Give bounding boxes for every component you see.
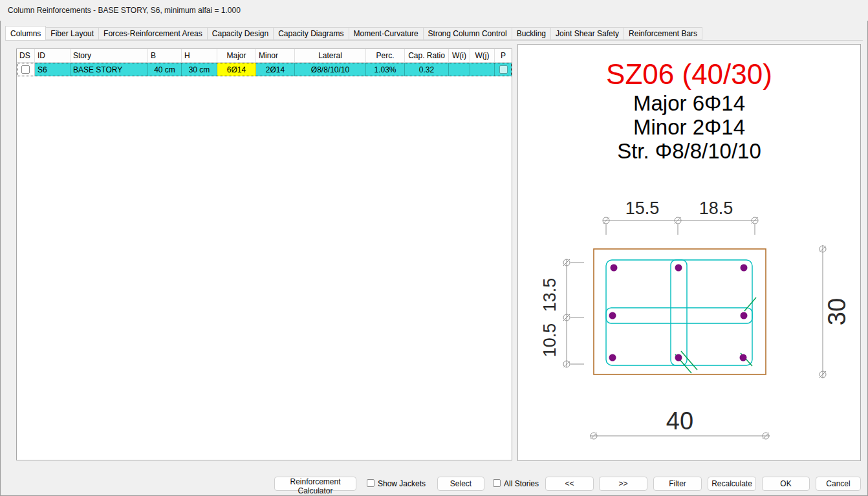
cell-wj: [470, 63, 495, 76]
column-header-wi[interactable]: W(i): [449, 49, 470, 62]
dim-left-upper: 13.5: [540, 278, 559, 312]
tab-moment-curvature[interactable]: Moment-Curvature: [349, 27, 424, 40]
tab-reinforcement-bars[interactable]: Reinforcement Bars: [624, 27, 702, 40]
footer-bar: Reinforcement Calculator Show Jackets Se…: [0, 476, 868, 493]
dim-left-lower: 10.5: [540, 323, 559, 358]
column-header-minor[interactable]: Minor: [256, 49, 295, 62]
tab-strong-column-control[interactable]: Strong Column Control: [424, 27, 512, 40]
section-labels: SZ06 (40/30) Major 6Φ14 Minor 2Φ14 Str. …: [518, 58, 860, 163]
tab-capacity-design[interactable]: Capacity Design: [208, 27, 274, 40]
recalculate-button[interactable]: Recalculate: [708, 477, 756, 491]
column-header-wj[interactable]: W(j): [470, 49, 495, 62]
cell-p: [495, 63, 512, 76]
major-reinforcement-label: Major 6Φ14: [518, 91, 860, 115]
cell-id: S6: [35, 63, 71, 76]
filter-button[interactable]: Filter: [653, 477, 702, 491]
column-header-h[interactable]: H: [182, 49, 217, 62]
stirrup-label: Str. Φ8/8/10/10: [518, 139, 860, 163]
reinforcement-calculator-button[interactable]: Reinforcement Calculator: [274, 477, 356, 491]
cell-wi: [449, 63, 470, 76]
dimension-lines: [563, 217, 826, 439]
column-header-lateral[interactable]: Lateral: [295, 49, 366, 62]
dimension-labels: 15.5 18.5 13.5 10.5 30 40: [540, 199, 851, 435]
column-header-b[interactable]: B: [148, 49, 182, 62]
column-header-ds[interactable]: DS: [17, 49, 35, 62]
cell-lateral: Ø8/8/10/10: [295, 63, 366, 76]
crosstie-hooks: [675, 297, 756, 373]
all-stories-checkbox[interactable]: [493, 479, 501, 487]
inner-horizontal-stirrup: [606, 308, 752, 323]
tab-buckling[interactable]: Buckling: [512, 27, 551, 40]
dim-right: 30: [823, 298, 851, 325]
column-header-major[interactable]: Major: [217, 49, 256, 62]
previous-button[interactable]: <<: [545, 477, 594, 491]
dim-top-right: 18.5: [699, 199, 733, 218]
minor-reinforcement-label: Minor 2Φ14: [518, 115, 860, 139]
all-stories-label: All Stories: [504, 479, 539, 488]
columns-table: DS ID Story B H Major Minor Lateral Perc…: [16, 49, 512, 460]
section-preview-panel: SZ06 (40/30) Major 6Φ14 Minor 2Φ14 Str. …: [517, 44, 861, 461]
cell-story: BASE STORY: [71, 63, 148, 76]
column-header-cap-ratio[interactable]: Cap. Ratio: [405, 49, 449, 62]
cell-minor: 2Ø14: [256, 63, 295, 76]
cell-h: 30 cm: [182, 63, 217, 76]
tab-joint-shear-safety[interactable]: Joint Shear Safety: [551, 27, 624, 40]
title-bar[interactable]: Column Reinforcements - BASE STORY, S6, …: [0, 0, 868, 21]
column-header-story[interactable]: Story: [71, 49, 148, 62]
inner-vertical-stirrup: [671, 260, 687, 365]
cell-major: 6Ø14: [217, 63, 256, 76]
table-row[interactable]: S6 BASE STORY 40 cm 30 cm 6Ø14 2Ø14 Ø8/8…: [17, 63, 512, 76]
stirrups: [606, 260, 752, 365]
column-header-p[interactable]: P: [495, 49, 512, 62]
cell-ds: [17, 63, 35, 76]
window-title: Column Reinforcements - BASE STORY, S6, …: [8, 6, 241, 15]
dim-bottom: 40: [666, 407, 693, 435]
tab-capacity-diagrams[interactable]: Capacity Diagrams: [274, 27, 349, 40]
column-header-id[interactable]: ID: [35, 49, 71, 62]
row-p-checkbox[interactable]: [499, 65, 508, 74]
section-title: SZ06 (40/30): [518, 58, 860, 91]
tab-strip: Columns Fiber Layout Forces-Reinforcemen…: [5, 25, 863, 41]
row-ds-checkbox[interactable]: [21, 65, 30, 74]
cell-cap-ratio: 0.32: [405, 63, 449, 76]
column-header-perc[interactable]: Perc.: [366, 49, 405, 62]
cell-perc: 1.03%: [366, 63, 405, 76]
ok-button[interactable]: OK: [762, 477, 810, 491]
cell-b: 40 cm: [148, 63, 182, 76]
select-button[interactable]: Select: [437, 477, 484, 491]
show-jackets-label: Show Jackets: [378, 479, 426, 488]
table-header-row: DS ID Story B H Major Minor Lateral Perc…: [17, 49, 512, 63]
cancel-button[interactable]: Cancel: [816, 477, 861, 491]
tab-fiber-layout[interactable]: Fiber Layout: [46, 27, 99, 40]
outer-stirrup: [606, 260, 752, 365]
dim-top-left: 15.5: [625, 199, 660, 218]
next-button[interactable]: >>: [599, 477, 647, 491]
tab-columns[interactable]: Columns: [5, 26, 46, 41]
rebar-dots: [609, 264, 748, 361]
tab-forces-reinforcement-areas[interactable]: Forces-Reinforcement Areas: [99, 27, 208, 40]
show-jackets-checkbox[interactable]: [367, 479, 374, 487]
